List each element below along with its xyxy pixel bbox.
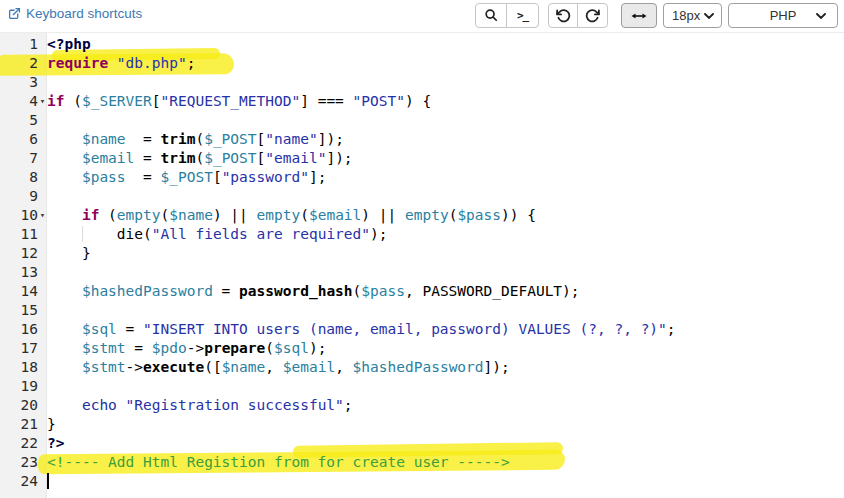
fold-slot <box>38 244 47 263</box>
code-line[interactable]: 13 <box>0 263 844 282</box>
code-text: require "db.php"; <box>47 54 195 73</box>
code-text: if (empty($name) || empty($email) || emp… <box>47 206 536 225</box>
resize-width-button[interactable] <box>621 3 657 28</box>
code-line[interactable]: 15 <box>0 301 844 320</box>
line-number[interactable]: 5 <box>0 111 38 130</box>
line-number[interactable]: 24 <box>0 472 38 491</box>
line-number[interactable]: 15 <box>0 301 38 320</box>
line-number[interactable]: 10 <box>0 206 38 225</box>
line-number[interactable]: 21 <box>0 415 38 434</box>
line-number[interactable]: 23 <box>0 453 38 472</box>
fold-arrow-icon[interactable]: ▾ <box>38 206 47 225</box>
code-text: $email = trim($_POST["email"]); <box>47 149 353 168</box>
line-number[interactable]: 9 <box>0 187 38 206</box>
fold-slot <box>38 35 47 54</box>
code-line[interactable]: 5 <box>0 111 844 130</box>
code-text: $sql = "INSERT INTO users (name, email, … <box>47 320 676 339</box>
code-line[interactable]: 19 <box>0 377 844 396</box>
fold-slot <box>38 396 47 415</box>
search-button[interactable] <box>475 3 507 28</box>
code-text: $name = trim($_POST["name"]); <box>47 130 344 149</box>
chevron-down-icon <box>704 13 714 20</box>
line-number[interactable]: 13 <box>0 263 38 282</box>
fold-slot <box>38 282 47 301</box>
code-line[interactable]: 11 die("All fields are required"); <box>0 225 844 244</box>
code-line[interactable]: 16 $sql = "INSERT INTO users (name, emai… <box>0 320 844 339</box>
code-line[interactable]: 9 <box>0 187 844 206</box>
line-number[interactable]: 18 <box>0 358 38 377</box>
line-number[interactable]: 8 <box>0 168 38 187</box>
line-number[interactable]: 14 <box>0 282 38 301</box>
code-line[interactable]: 6 $name = trim($_POST["name"]); <box>0 130 844 149</box>
line-number[interactable]: 19 <box>0 377 38 396</box>
font-size-select[interactable]: 18px <box>663 3 722 28</box>
code-line[interactable]: 12 } <box>0 244 844 263</box>
text-cursor <box>47 473 49 489</box>
fold-slot <box>38 187 47 206</box>
fold-slot <box>38 434 47 453</box>
code-line[interactable]: 17 $stmt = $pdo->prepare($sql); <box>0 339 844 358</box>
line-number[interactable]: 1 <box>0 35 38 54</box>
undo-button[interactable] <box>548 3 578 28</box>
code-line[interactable]: 22?> <box>0 434 844 453</box>
code-line[interactable]: 7 $email = trim($_POST["email"]); <box>0 149 844 168</box>
console-button[interactable]: >_ <box>506 3 539 28</box>
fold-slot <box>38 415 47 434</box>
fold-slot <box>38 130 47 149</box>
code-line[interactable]: 3 <box>0 73 844 92</box>
code-line[interactable]: 18 $stmt->execute([$name, $email, $hashe… <box>0 358 844 377</box>
line-number[interactable]: 16 <box>0 320 38 339</box>
code-line[interactable]: 23<!---- Add Html Registion from for cre… <box>0 453 844 472</box>
language-select[interactable]: PHP <box>728 3 838 28</box>
keyboard-shortcuts-label: Keyboard shortcuts <box>26 6 142 21</box>
code-line[interactable]: 2require "db.php"; <box>0 54 844 73</box>
code-text: ?> <box>47 434 64 453</box>
fold-slot <box>38 225 47 244</box>
line-number[interactable]: 20 <box>0 396 38 415</box>
fold-slot <box>38 73 47 92</box>
line-number[interactable]: 7 <box>0 149 38 168</box>
code-line[interactable]: 20 echo "Registration successful"; <box>0 396 844 415</box>
console-icon: >_ <box>517 9 528 22</box>
redo-button[interactable] <box>577 3 608 28</box>
fold-slot <box>38 263 47 282</box>
fold-slot <box>38 358 47 377</box>
arrow-left-right-icon <box>631 11 647 21</box>
code-text: $hashedPassword = password_hash($pass, P… <box>47 282 580 301</box>
line-number[interactable]: 17 <box>0 339 38 358</box>
fold-slot <box>38 149 47 168</box>
code-text <box>47 472 49 491</box>
external-link-icon <box>8 7 21 20</box>
code-text: $stmt = $pdo->prepare($sql); <box>47 339 326 358</box>
line-number[interactable]: 3 <box>0 73 38 92</box>
line-number[interactable]: 22 <box>0 434 38 453</box>
code-line[interactable]: 24 <box>0 472 844 491</box>
line-number[interactable]: 6 <box>0 130 38 149</box>
code-line[interactable]: 8 $pass = $_POST["password"]; <box>0 168 844 187</box>
redo-icon <box>585 8 600 23</box>
code-text: $stmt->execute([$name, $email, $hashedPa… <box>47 358 510 377</box>
code-line[interactable]: 21} <box>0 415 844 434</box>
keyboard-shortcuts-link[interactable]: Keyboard shortcuts <box>8 6 142 21</box>
line-number[interactable]: 2 <box>0 54 38 73</box>
code-text: } <box>47 244 91 263</box>
fold-slot <box>38 168 47 187</box>
fold-slot <box>38 54 47 73</box>
code-line[interactable]: 10▾ if (empty($name) || empty($email) ||… <box>0 206 844 225</box>
code-line[interactable]: 1<?php <box>0 35 844 54</box>
code-line[interactable]: 14 $hashedPassword = password_hash($pass… <box>0 282 844 301</box>
code-text: die("All fields are required"); <box>47 225 388 244</box>
line-number[interactable]: 11 <box>0 225 38 244</box>
line-number[interactable]: 12 <box>0 244 38 263</box>
fold-slot <box>38 472 47 491</box>
fold-slot <box>38 111 47 130</box>
search-icon <box>484 8 499 23</box>
fold-slot <box>38 320 47 339</box>
chevron-down-icon <box>816 13 826 20</box>
code-text: <?php <box>47 35 91 54</box>
code-line[interactable]: 4▾if ($_SERVER["REQUEST_METHOD"] === "PO… <box>0 92 844 111</box>
fold-arrow-icon[interactable]: ▾ <box>38 92 47 111</box>
line-number[interactable]: 4 <box>0 92 38 111</box>
code-editor[interactable]: 1<?php2require "db.php";34▾if ($_SERVER[… <box>0 32 844 498</box>
editor-toolbar: Keyboard shortcuts >_ <box>0 0 844 32</box>
